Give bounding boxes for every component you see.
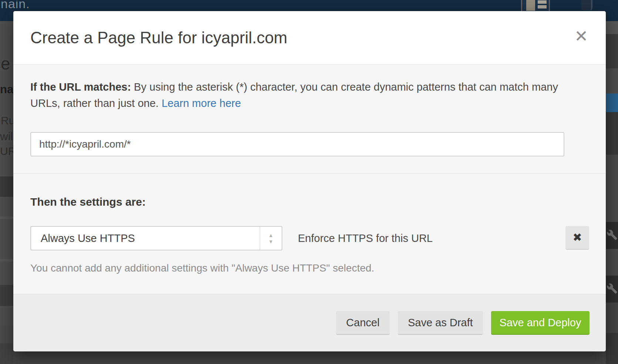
- background-row: [0, 285, 13, 306]
- background-band: [606, 112, 618, 155]
- setting-note: You cannot add any additional settings w…: [30, 262, 374, 274]
- save-as-draft-button[interactable]: Save as Draft: [398, 311, 483, 335]
- background-row-divider: [0, 259, 13, 262]
- learn-more-link[interactable]: Learn more here: [162, 97, 241, 109]
- background-band: [606, 333, 618, 364]
- background-band: [606, 68, 618, 94]
- background-navbar-text: nain.: [1, 0, 30, 11]
- url-match-section: If the URL matches: By using the asteris…: [13, 65, 606, 173]
- modal-title: Create a Page Rule for icyapril.com: [30, 28, 288, 47]
- url-pattern-input[interactable]: [30, 132, 564, 156]
- remove-icon: ✖: [572, 231, 582, 243]
- wrench-icon: [607, 283, 618, 294]
- modal-footer: Cancel Save as Draft Save and Deploy: [13, 294, 606, 351]
- wrench-icon: [607, 229, 618, 240]
- background-page-right-edge: [606, 21, 618, 364]
- layout-icon-bar: [538, 5, 547, 9]
- background-table-header: [0, 176, 13, 197]
- layout-icon-block: [526, 0, 535, 11]
- url-match-description: If the URL matches: By using the asteris…: [13, 65, 606, 111]
- background-text-fragment: nav: [0, 83, 13, 96]
- spinner-up-icon: ▲: [268, 233, 273, 238]
- save-and-deploy-button[interactable]: Save and Deploy: [491, 311, 590, 335]
- background-text-fragment: will: [0, 130, 13, 143]
- background-row-divider: [0, 216, 13, 219]
- cancel-button[interactable]: Cancel: [336, 311, 390, 335]
- background-text-fragment: e: [1, 54, 10, 74]
- layout-icon-bar: [538, 0, 547, 4]
- settings-heading: Then the settings are:: [30, 196, 146, 208]
- background-band: [0, 326, 13, 343]
- url-match-label: If the URL matches:: [30, 81, 131, 93]
- settings-section: Then the settings are: Always Use HTTPS …: [13, 173, 606, 294]
- remove-setting-button[interactable]: ✖: [565, 226, 589, 250]
- background-text-fragment: Ru: [1, 114, 13, 127]
- setting-select-value: Always Use HTTPS: [41, 232, 135, 245]
- background-row: [0, 343, 13, 364]
- background-text-fragment: UR: [0, 145, 13, 158]
- background-band: [606, 303, 618, 333]
- select-spinner[interactable]: ▲ ▼: [260, 227, 282, 250]
- background-blue-button-edge: [606, 94, 618, 112]
- background-page-left-edge: e nav Ru will UR: [0, 21, 13, 364]
- background-band: [606, 21, 618, 34]
- close-icon[interactable]: ✕: [574, 28, 588, 44]
- spinner-down-icon: ▼: [268, 239, 273, 244]
- create-page-rule-modal: Create a Page Rule for icyapril.com ✕ If…: [13, 11, 606, 351]
- toolbar-icon: [581, 0, 592, 10]
- modal-header: Create a Page Rule for icyapril.com ✕: [13, 11, 606, 65]
- setting-row: Always Use HTTPS ▲ ▼ Enforce HTTPS for t…: [13, 226, 606, 250]
- background-band: [606, 155, 618, 222]
- setting-description: Enforce HTTPS for this URL: [298, 232, 433, 245]
- setting-select[interactable]: Always Use HTTPS ▲ ▼: [30, 226, 282, 250]
- background-band: [606, 249, 618, 276]
